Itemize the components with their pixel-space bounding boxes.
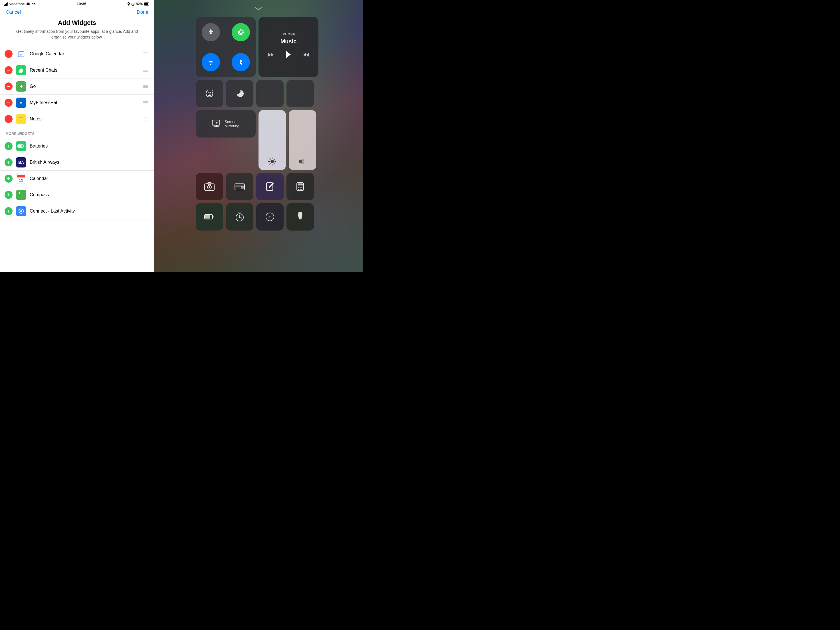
british-airways-icon: BA (16, 157, 26, 167)
screen-mirroring-button[interactable]: Screen Mirroring (196, 110, 256, 137)
cc-row-top: IPHONE Music (196, 17, 321, 77)
svg-rect-19 (18, 145, 22, 147)
play-button[interactable] (283, 49, 294, 62)
notes-quick-button[interactable] (256, 173, 284, 200)
prev-track-button[interactable] (266, 51, 275, 60)
cellular-circle (232, 23, 250, 41)
svg-point-64 (301, 187, 302, 188)
svg-rect-2 (144, 3, 148, 5)
quick-note-icon (265, 182, 275, 191)
svg-point-34 (240, 34, 242, 35)
carrier-name: vodafone UK (9, 2, 30, 6)
svg-rect-5 (18, 53, 24, 54)
svg-marker-42 (216, 122, 218, 124)
tile-empty-1[interactable] (256, 80, 284, 107)
svg-line-72 (240, 218, 242, 218)
svg-point-63 (300, 187, 301, 188)
remove-go-button[interactable]: − (5, 82, 13, 90)
active-widget-notes: − Notes (0, 111, 154, 127)
connectivity-tile (196, 17, 256, 77)
battery-icon (144, 2, 150, 6)
remove-notes-button[interactable]: − (5, 115, 13, 123)
add-widgets-subtitle: Get timely information from your favouri… (11, 29, 143, 40)
drag-handle[interactable] (142, 100, 150, 105)
volume-icon (298, 158, 307, 166)
music-source-label: IPHONE (282, 33, 295, 36)
status-time: 10:35 (77, 2, 86, 6)
location-icon (127, 2, 130, 6)
add-calendar-button[interactable]: + (5, 175, 13, 183)
drag-handle[interactable] (142, 68, 150, 73)
remove-recent-chats-button[interactable]: − (5, 66, 13, 74)
cellular-button[interactable] (226, 17, 256, 47)
svg-line-51 (274, 159, 275, 160)
volume-slider[interactable] (289, 110, 316, 170)
pull-indicator[interactable] (253, 6, 264, 13)
do-not-disturb-button[interactable] (226, 80, 253, 107)
right-panel: IPHONE Music (154, 0, 363, 272)
go-label: Go (30, 84, 139, 89)
battery-widget-button[interactable] (196, 203, 223, 231)
done-button[interactable]: Done (137, 9, 148, 15)
airplane-icon (207, 28, 215, 36)
tile-empty-2[interactable] (286, 80, 314, 107)
compass-label: Compass (30, 192, 150, 197)
clock-button[interactable] (256, 203, 284, 231)
moon-icon (235, 88, 245, 99)
svg-line-49 (274, 164, 275, 164)
brightness-slider[interactable] (259, 110, 286, 170)
cellular-icon (237, 28, 245, 36)
svg-point-35 (238, 32, 239, 33)
add-batteries-button[interactable]: + (5, 142, 13, 150)
svg-point-36 (243, 32, 244, 33)
svg-line-48 (270, 159, 270, 160)
nav-bar: Cancel Done (0, 7, 154, 18)
active-widget-google-calendar: − 31 Google Calendar (0, 46, 154, 62)
timer-button[interactable] (226, 203, 253, 231)
wifi-button[interactable] (196, 47, 226, 77)
bluetooth-circle (232, 53, 250, 71)
battery-widget-icon (204, 213, 215, 221)
svg-rect-25 (17, 176, 25, 177)
airplane-mode-button[interactable] (196, 17, 226, 47)
drag-handle[interactable] (142, 51, 150, 57)
left-panel: vodafone UK 10:35 82% (0, 0, 154, 272)
wallet-icon (235, 182, 245, 191)
remove-myfitnesspal-button[interactable]: − (5, 99, 13, 107)
google-calendar-label: Google Calendar (30, 51, 139, 57)
remove-google-calendar-button[interactable]: − (5, 50, 13, 58)
wallet-button[interactable] (226, 173, 253, 200)
screen-mirror-icon (212, 120, 221, 128)
alarm-icon (131, 2, 135, 6)
batteries-icon (16, 141, 26, 151)
svg-marker-37 (286, 51, 291, 58)
flashlight-button[interactable] (286, 203, 314, 231)
drag-handle[interactable] (142, 117, 150, 122)
add-compass-button[interactable]: + (5, 191, 13, 199)
next-track-button[interactable] (302, 51, 311, 60)
add-widgets-title: Add Widgets (11, 19, 143, 27)
cancel-button[interactable]: Cancel (6, 9, 21, 15)
music-tile[interactable]: IPHONE Music (259, 17, 319, 77)
camera-button[interactable] (196, 173, 223, 200)
svg-point-66 (300, 189, 301, 190)
svg-point-43 (270, 160, 274, 163)
camera-icon (204, 182, 215, 191)
drag-handle[interactable] (142, 84, 150, 89)
calculator-button[interactable] (286, 173, 314, 200)
svg-rect-78 (298, 212, 302, 214)
svg-point-30 (20, 210, 22, 212)
myfitnesspal-icon: M (16, 98, 26, 108)
more-widget-calendar: + 12 Calendar (0, 171, 154, 187)
bluetooth-button[interactable] (226, 47, 256, 77)
batteries-label: Batteries (30, 144, 150, 148)
svg-rect-27 (16, 190, 26, 200)
add-british-airways-button[interactable]: + (5, 158, 13, 166)
status-right: 82% (127, 2, 150, 6)
cc-row-actions (196, 173, 321, 200)
svg-rect-16 (19, 120, 22, 120)
more-widget-compass: + Compass (0, 187, 154, 203)
add-connect-button[interactable]: + (5, 207, 13, 215)
google-calendar-icon: 31 (16, 49, 26, 59)
rotation-lock-button[interactable] (196, 80, 223, 107)
